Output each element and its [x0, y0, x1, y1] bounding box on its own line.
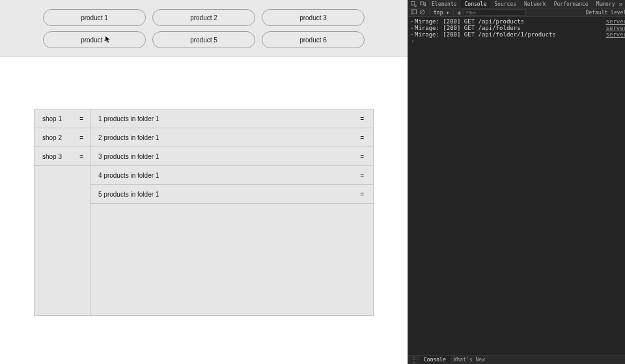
console-prompt[interactable]: ›: [410, 38, 625, 44]
tab-sources[interactable]: Sources: [490, 0, 520, 8]
tab-console[interactable]: Console: [461, 0, 491, 8]
drag-handle-icon[interactable]: =: [79, 134, 83, 141]
log-message: Mirage: [200] GET /api/folder/1/products: [415, 31, 606, 38]
folder-item-label: 2 products in folder 1: [98, 134, 159, 141]
tab-network[interactable]: Network: [520, 0, 550, 8]
shop-label: shop 2: [42, 134, 62, 141]
two-column-panel: shop 1 = shop 2 = shop 3 = 1 products in…: [34, 109, 374, 316]
tab-elements[interactable]: Elements: [428, 0, 461, 8]
shops-column: shop 1 = shop 2 = shop 3 =: [35, 109, 90, 315]
separator: [453, 9, 454, 16]
console-output[interactable]: ▸ Mirage: [200] GET /api/products server…: [408, 17, 625, 355]
devtools-tab-bar: Elements Console Sources Network Perform…: [408, 0, 625, 8]
drag-handle-icon[interactable]: =: [360, 172, 364, 179]
tab-performance[interactable]: Performance: [550, 0, 592, 8]
context-select[interactable]: top ▾: [434, 10, 449, 16]
log-levels-select[interactable]: Default levels ▾: [586, 10, 625, 16]
drag-handle-icon[interactable]: =: [79, 153, 83, 160]
drag-handle-icon[interactable]: =: [360, 134, 364, 141]
folder-items-column: 1 products in folder 1 = 2 products in f…: [90, 109, 373, 315]
folder-item-row[interactable]: 2 products in folder 1 =: [90, 128, 373, 147]
shop-row[interactable]: shop 2 =: [35, 128, 90, 147]
folder-item-row[interactable]: 3 products in folder 1 =: [90, 147, 373, 166]
device-toolbar-icon[interactable]: [419, 1, 426, 7]
product-button[interactable]: product 3: [262, 9, 365, 26]
product-button[interactable]: product 4: [43, 31, 146, 48]
product-button[interactable]: product 5: [152, 31, 255, 48]
expand-arrow-icon[interactable]: ▸: [410, 31, 415, 38]
live-expression-icon[interactable]: ◉: [458, 10, 461, 16]
drag-handle-icon[interactable]: =: [360, 191, 364, 198]
console-log-line[interactable]: ▸ Mirage: [200] GET /api/folder/1/produc…: [410, 31, 625, 38]
svg-rect-1: [420, 1, 423, 5]
folder-item-row[interactable]: 5 products in folder 1 =: [90, 185, 373, 204]
console-log-line[interactable]: ▸ Mirage: [200] GET /api/folders server.…: [410, 25, 625, 31]
top-button-bar: product 1 product 2 product 3 product 4 …: [0, 0, 408, 57]
separator: [429, 9, 430, 16]
shop-row[interactable]: shop 3 =: [35, 147, 90, 166]
caret-down-icon: ▾: [446, 10, 449, 16]
inspect-element-icon[interactable]: [410, 1, 417, 7]
drawer-menu-icon[interactable]: ⋮: [411, 356, 417, 363]
shop-row[interactable]: shop 1 =: [35, 109, 90, 128]
console-toolbar: top ▾ ◉ Default levels ▾: [408, 8, 625, 17]
sidebar-toggle-icon[interactable]: [411, 9, 417, 16]
log-source-link[interactable]: server.js:44: [606, 25, 625, 31]
folder-item-row[interactable]: 4 products in folder 1 =: [90, 166, 373, 185]
svg-line-8: [421, 10, 424, 14]
console-log-line[interactable]: ▸ Mirage: [200] GET /api/products server…: [410, 18, 625, 25]
svg-rect-2: [424, 3, 425, 6]
log-source-link[interactable]: server.js:44: [606, 18, 625, 25]
app-panel: product 1 product 2 product 3 product 4 …: [0, 0, 408, 364]
product-button[interactable]: product 6: [262, 31, 365, 48]
drag-handle-icon[interactable]: =: [79, 115, 83, 122]
more-tabs-icon[interactable]: »: [619, 1, 623, 8]
product-button[interactable]: product 1: [43, 9, 146, 26]
filter-input[interactable]: [464, 9, 526, 16]
folder-item-label: 5 products in folder 1: [98, 191, 159, 198]
folder-item-label: 4 products in folder 1: [98, 172, 159, 179]
log-message: Mirage: [200] GET /api/folders: [415, 25, 606, 31]
shop-label: shop 3: [42, 153, 62, 160]
expand-arrow-icon[interactable]: ▸: [410, 25, 415, 31]
devtools-drawer: ⋮ Console What's New ×: [408, 355, 625, 364]
tab-memory[interactable]: Memory: [592, 0, 619, 8]
folder-item-label: 3 products in folder 1: [98, 153, 159, 160]
drag-handle-icon[interactable]: =: [360, 153, 364, 160]
button-row-1: product 1 product 2 product 3: [7, 9, 401, 26]
folder-item-label: 1 products in folder 1: [98, 115, 159, 122]
clear-console-icon[interactable]: [419, 9, 425, 16]
drawer-tab-console[interactable]: Console: [420, 356, 450, 363]
folder-item-row[interactable]: 1 products in folder 1 =: [90, 109, 373, 128]
workspace: shop 1 = shop 2 = shop 3 = 1 products in…: [0, 57, 408, 342]
button-row-2: product 4 product 5 product 6: [7, 31, 401, 48]
log-source-link[interactable]: server.js:44: [606, 31, 625, 38]
devtools-panel: Elements Console Sources Network Perform…: [408, 0, 625, 364]
expand-arrow-icon[interactable]: ▸: [410, 18, 415, 25]
drawer-tab-whatsnew[interactable]: What's New: [450, 356, 489, 363]
shop-label: shop 1: [42, 115, 62, 122]
svg-rect-5: [411, 9, 416, 13]
drag-handle-icon[interactable]: =: [360, 115, 364, 122]
product-button[interactable]: product 2: [152, 9, 255, 26]
log-message: Mirage: [200] GET /api/products: [415, 18, 606, 25]
